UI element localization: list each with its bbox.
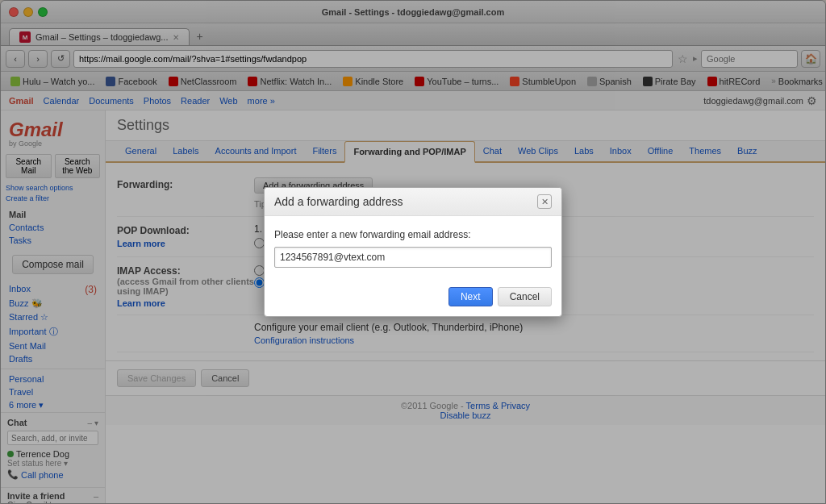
add-forwarding-modal: Add a forwarding address ✕ Please enter … bbox=[264, 187, 562, 317]
modal-title: Add a forwarding address bbox=[274, 195, 403, 208]
modal-title-bar: Add a forwarding address ✕ bbox=[265, 188, 561, 216]
forwarding-email-input[interactable] bbox=[274, 247, 552, 268]
modal-buttons: Next Cancel bbox=[265, 281, 561, 316]
modal-cancel-button[interactable]: Cancel bbox=[498, 287, 552, 306]
modal-label: Please enter a new forwarding email addr… bbox=[274, 229, 552, 240]
modal-overlay: Add a forwarding address ✕ Please enter … bbox=[0, 0, 826, 504]
modal-close-button[interactable]: ✕ bbox=[537, 194, 552, 209]
modal-body: Please enter a new forwarding email addr… bbox=[265, 216, 561, 281]
modal-next-button[interactable]: Next bbox=[448, 287, 493, 306]
